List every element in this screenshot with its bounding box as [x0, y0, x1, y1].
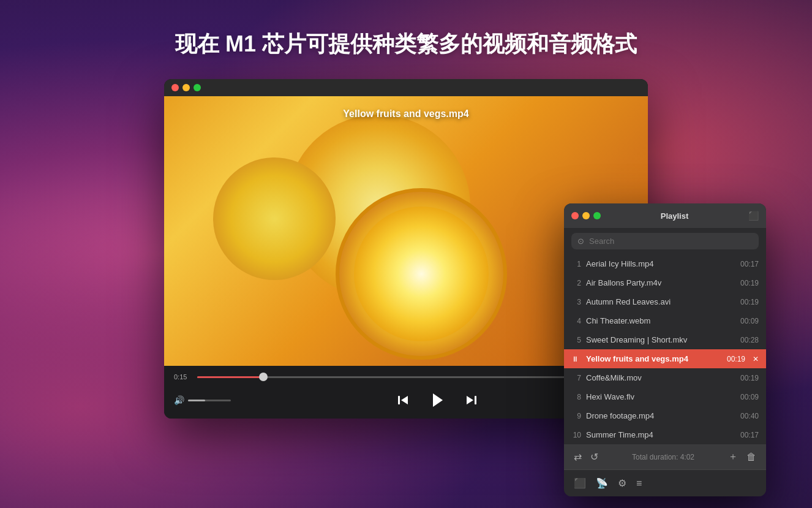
playlist-maximize-button[interactable]: [593, 212, 601, 219]
player-titlebar: [164, 79, 648, 96]
list-item[interactable]: 2 Air Ballons Party.m4v 00:19: [564, 273, 766, 292]
list-item[interactable]: 3 Autumn Red Leaves.avi 00:19: [564, 292, 766, 311]
app-container: Yellow fruits and vegs.mp4 0:15 🔊: [0, 79, 812, 419]
list-item-active[interactable]: ⏸ Yellow fruits and vegs.mp4 00:19 ✕: [564, 349, 766, 368]
item-name: Sweet Dreaming | Short.mkv: [586, 335, 732, 344]
item-duration: 00:17: [737, 431, 759, 439]
maximize-button[interactable]: [194, 84, 201, 91]
item-duration: 00:17: [737, 260, 759, 268]
shuffle-button[interactable]: ⇄: [571, 450, 584, 464]
search-icon: ⊙: [577, 237, 584, 246]
svg-marker-4: [467, 396, 473, 404]
item-name: Hexi Wave.flv: [586, 392, 732, 401]
page-title: 现在 M1 芯片可提供种类繁多的视频和音频格式: [0, 0, 812, 79]
playlist-window: Playlist ⬛ ⊙ 1 Aerial Icy Hills.mp4 00:1…: [564, 203, 766, 496]
list-item[interactable]: 8 Hexi Wave.flv 00:09: [564, 387, 766, 406]
item-number: 1: [571, 260, 581, 268]
close-button[interactable]: [171, 84, 179, 91]
item-name: Yellow fruits and vegs.mp4: [586, 354, 718, 363]
time-current: 0:15: [174, 373, 191, 381]
item-name: Chi Theater.webm: [586, 316, 732, 325]
playlist-items: 1 Aerial Icy Hills.mp4 00:17 2 Air Ballo…: [564, 254, 766, 444]
item-duration: 00:09: [737, 317, 759, 325]
svg-rect-3: [475, 396, 476, 404]
item-duration: 00:09: [737, 393, 759, 401]
item-duration: 00:19: [723, 355, 745, 363]
item-duration: 00:19: [737, 374, 759, 382]
list-item[interactable]: 7 Coffe&Milk.mov 00:19: [564, 368, 766, 387]
play-button[interactable]: [426, 389, 448, 411]
playlist-footer: ⇄ ↺ Total duration: 4:02 ＋ 🗑: [564, 444, 766, 469]
progress-thumb: [259, 373, 268, 381]
cast-button[interactable]: 📡: [593, 475, 611, 491]
item-name: Coffe&Milk.mov: [586, 373, 732, 382]
list-item[interactable]: 1 Aerial Icy Hills.mp4 00:17: [564, 254, 766, 273]
repeat-button[interactable]: ↺: [588, 450, 601, 464]
item-name: Autumn Red Leaves.avi: [586, 297, 732, 306]
item-number: 3: [571, 298, 581, 306]
list-button[interactable]: ≡: [634, 476, 644, 491]
search-bar: ⊙: [571, 233, 759, 249]
item-number: 9: [571, 412, 581, 420]
svg-marker-2: [433, 393, 443, 407]
list-item[interactable]: 10 Summer Time.mp4 00:17: [564, 425, 766, 444]
minimize-button[interactable]: [182, 84, 190, 91]
pip-button[interactable]: ⬛: [748, 211, 759, 221]
item-number: 10: [571, 431, 581, 439]
list-item[interactable]: 4 Chi Theater.webm 00:09: [564, 311, 766, 330]
item-duration: 00:19: [737, 279, 759, 287]
video-decoration-lemon-inner: [354, 207, 489, 341]
item-number: 4: [571, 317, 581, 325]
search-input[interactable]: [589, 237, 753, 246]
playlist-minimize-button[interactable]: [582, 212, 590, 219]
delete-button[interactable]: 🗑: [744, 450, 759, 464]
item-number: 2: [571, 279, 581, 287]
prev-button[interactable]: [397, 394, 409, 406]
progress-fill: [197, 376, 263, 378]
pause-icon: ⏸: [571, 355, 581, 363]
svg-marker-1: [401, 396, 408, 404]
playlist-titlebar: Playlist ⬛: [564, 203, 766, 228]
item-name: Aerial Icy Hills.mp4: [586, 259, 732, 268]
airplay-button[interactable]: ⬛: [571, 475, 588, 491]
list-item[interactable]: 9 Drone footage.mp4 00:40: [564, 406, 766, 425]
remove-item-button[interactable]: ✕: [753, 355, 759, 363]
volume-track[interactable]: [188, 400, 231, 401]
playlist-close-button[interactable]: [571, 212, 579, 219]
settings-button[interactable]: ⚙: [615, 475, 629, 491]
volume-area: 🔊: [174, 395, 231, 405]
item-number: 8: [571, 393, 581, 401]
playlist-toolbar: ⬛ 📡 ⚙ ≡: [564, 469, 766, 496]
item-name: Summer Time.mp4: [586, 430, 732, 439]
list-item[interactable]: 5 Sweet Dreaming | Short.mkv 00:28: [564, 330, 766, 349]
item-number: 5: [571, 336, 581, 344]
item-number: 7: [571, 374, 581, 382]
item-duration: 00:40: [737, 412, 759, 420]
item-name: Drone footage.mp4: [586, 411, 732, 420]
volume-fill: [188, 400, 205, 401]
total-duration: Total duration: 4:02: [604, 453, 722, 461]
svg-rect-0: [398, 396, 400, 404]
playlist-title: Playlist: [604, 211, 745, 221]
volume-icon: 🔊: [174, 395, 184, 405]
video-filename: Yellow fruits and vegs.mp4: [343, 108, 468, 119]
next-button[interactable]: [465, 394, 478, 406]
item-duration: 00:19: [737, 298, 759, 306]
item-duration: 00:28: [737, 336, 759, 344]
item-name: Air Ballons Party.m4v: [586, 278, 732, 287]
add-item-button[interactable]: ＋: [726, 449, 740, 464]
